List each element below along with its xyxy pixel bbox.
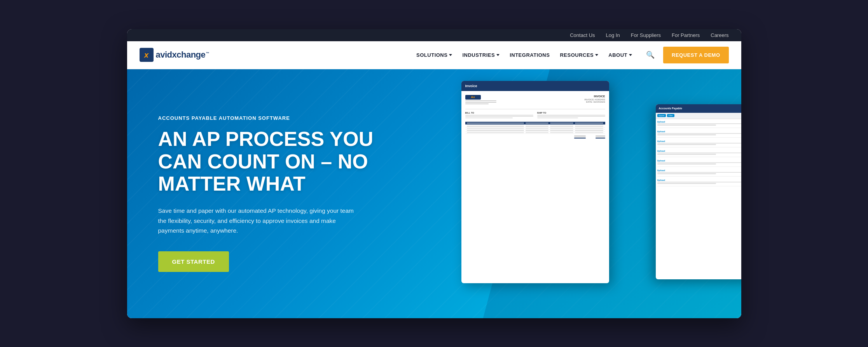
tax-label — [574, 137, 586, 137]
nav-about-label: ABOUT — [608, 52, 627, 58]
main-nav: x avidxchange™ SOLUTIONS INDUSTRIES INTE… — [127, 41, 741, 69]
divider — [465, 109, 605, 109]
sp-list-item-5: Upload — [657, 159, 741, 167]
nav-resources-label: RESOURCES — [560, 52, 594, 58]
total-label — [574, 138, 586, 138]
logo-x-letter: x — [144, 51, 148, 60]
contact-us-link[interactable]: Contact Us — [570, 32, 595, 38]
panel-body: Ax INVOICE INVOICE #1002403 DATE: 02 — [461, 91, 609, 143]
careers-link[interactable]: Careers — [711, 32, 728, 38]
addr-line-2 — [465, 102, 496, 103]
subtotal-label — [574, 135, 586, 136]
request-demo-button[interactable]: REQUEST A DEMO — [663, 47, 729, 63]
bill-line-2 — [465, 116, 533, 117]
for-suppliers-link[interactable]: For Suppliers — [631, 32, 661, 38]
tax-val — [596, 137, 605, 137]
hero-body: Save time and paper with our automated A… — [158, 206, 360, 236]
sp-item-line-7b — [657, 183, 716, 184]
nav-integrations-label: INTEGRATIONS — [510, 52, 550, 58]
nav-industries-label: INDUSTRIES — [462, 52, 495, 58]
sp-header: Accounts Payable — [656, 104, 741, 113]
sp-item-line-4b — [657, 154, 716, 155]
invoice-header: Ax INVOICE INVOICE #1002403 DATE: 02 — [465, 95, 605, 105]
panel-title: Invoice — [465, 84, 477, 88]
td-1 — [467, 126, 524, 127]
sp-item-line-6b — [657, 173, 716, 174]
sp-item-label-4: Upload — [657, 150, 741, 152]
logo-wordmark: avidxchange — [156, 50, 206, 60]
utility-bar: Contact Us Log In For Suppliers For Part… — [127, 29, 741, 41]
hero-eyebrow: ACCOUNTS PAYABLE AUTOMATION SOFTWARE — [158, 115, 384, 121]
tax-line — [574, 137, 605, 137]
th-price — [550, 123, 573, 124]
nav-item-about[interactable]: ABOUT — [604, 50, 636, 60]
invoice-label: INVOICE — [584, 95, 605, 98]
ship-line-2 — [537, 116, 605, 117]
for-partners-link[interactable]: For Partners — [672, 32, 700, 38]
sp-header-title: Accounts Payable — [659, 107, 682, 110]
vendor-x: Ax — [471, 95, 475, 99]
vendor-address — [465, 100, 496, 105]
hero-cta-button[interactable]: GET STARTED — [158, 251, 229, 272]
log-in-link[interactable]: Log In — [606, 32, 620, 38]
chevron-down-icon — [449, 54, 452, 56]
nav-item-solutions[interactable]: SOLUTIONS — [412, 50, 456, 60]
bill-line-3 — [465, 117, 513, 118]
panel-header: Invoice — [461, 81, 609, 91]
sp-export-btn: Export — [657, 114, 666, 117]
td-13 — [467, 132, 524, 133]
td-16 — [575, 132, 604, 133]
sp-item-label-7: Upload — [657, 179, 741, 181]
chevron-down-icon — [629, 54, 632, 56]
ship-line-1 — [537, 115, 605, 116]
logo-trademark: ™ — [206, 51, 209, 55]
sp-toolbar: Export Filter — [656, 113, 741, 119]
td-2 — [526, 126, 548, 127]
nav-item-industries[interactable]: INDUSTRIES — [458, 50, 503, 60]
invoice-number-value: INVOICE #1002403 — [584, 98, 605, 101]
td-9 — [467, 130, 524, 131]
ship-to: SHIP TO — [537, 112, 605, 119]
search-icon[interactable]: 🔍 — [644, 48, 657, 61]
ship-line-3 — [537, 117, 578, 118]
sp-list-item-4: Upload — [657, 150, 741, 157]
logo-text: avidxchange™ — [156, 50, 209, 60]
sp-item-line-4a — [657, 152, 741, 154]
sp-item-line-7a — [657, 182, 741, 183]
sp-item-label-6: Upload — [657, 169, 741, 172]
total-box — [574, 135, 605, 139]
subtotal-line — [574, 135, 605, 136]
sp-item-line-2a — [657, 133, 741, 134]
table-row-4 — [465, 132, 605, 134]
nav-item-integrations[interactable]: INTEGRATIONS — [506, 50, 554, 60]
nav-item-resources[interactable]: RESOURCES — [556, 50, 602, 60]
sp-item-label-1: Upload — [657, 121, 741, 123]
addr-line-1 — [465, 100, 496, 102]
th-qty — [526, 123, 548, 124]
hero-content: ACCOUNTS PAYABLE AUTOMATION SOFTWARE AN … — [158, 115, 384, 272]
invoice-form-panel: Invoice Ax — [461, 81, 609, 283]
sp-item-line-6a — [657, 172, 741, 173]
td-11 — [550, 130, 573, 131]
sp-item-line-5b — [657, 163, 716, 165]
sp-list-item-2: Upload — [657, 130, 741, 138]
sp-item-line-1b — [657, 124, 716, 126]
logo-area[interactable]: x avidxchange™ — [140, 48, 209, 62]
td-14 — [526, 132, 548, 133]
td-4 — [575, 126, 604, 127]
ship-to-label: SHIP TO — [537, 112, 605, 114]
browser-frame: Contact Us Log In For Suppliers For Part… — [127, 29, 741, 318]
nav-solutions-label: SOLUTIONS — [416, 52, 447, 58]
td-12 — [575, 130, 604, 131]
bill-to-label: BILL TO — [465, 112, 533, 114]
sp-list-item-1: Upload — [657, 121, 741, 128]
sp-item-line-5a — [657, 162, 741, 163]
sp-filter-btn: Filter — [667, 114, 674, 117]
total-area — [465, 135, 605, 139]
sp-list: Upload Upload Upload — [656, 119, 741, 279]
addr-line-3 — [465, 103, 489, 105]
bill-to: BILL TO — [465, 112, 533, 119]
invoice-info: INVOICE INVOICE #1002403 DATE: 02/24/202… — [584, 95, 605, 105]
sp-list-item-3: Upload — [657, 140, 741, 147]
invoice-logo: Ax — [465, 95, 496, 105]
